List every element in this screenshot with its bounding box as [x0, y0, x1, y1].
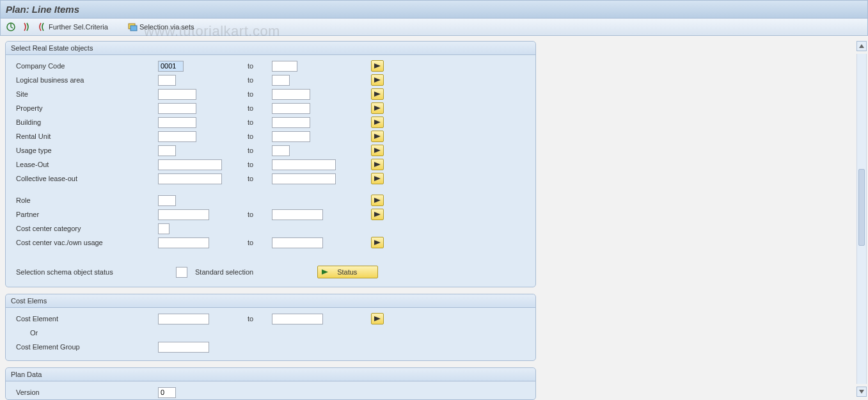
to-label: to	[248, 239, 272, 246]
building-label: Building	[11, 118, 158, 126]
cost-center-vac-row: Cost center vac./own usage to	[6, 236, 535, 250]
company-code-to-input[interactable]	[272, 61, 297, 72]
arrow-right-icon	[374, 176, 381, 181]
arrow-right-icon	[374, 77, 381, 83]
lease-out-row: Lease-Out to	[6, 157, 535, 172]
bracket-close-icon	[21, 22, 31, 32]
partner-from-input[interactable]	[158, 209, 209, 220]
status-button[interactable]: Status	[317, 266, 378, 278]
all-selections-button[interactable]	[20, 21, 33, 33]
usage-type-label: Usage type	[11, 147, 158, 154]
site-multioption-button[interactable]	[371, 88, 384, 100]
company-code-multioption-button[interactable]	[371, 60, 384, 72]
cost-center-vac-from-input[interactable]	[158, 237, 209, 248]
lease-out-multioption-button[interactable]	[371, 159, 384, 170]
cost-center-vac-label: Cost center vac./own usage	[11, 239, 158, 246]
usage-type-from-input[interactable]	[158, 145, 176, 156]
lease-out-label: Lease-Out	[11, 161, 158, 168]
cost-center-category-input[interactable]	[158, 223, 170, 234]
cost-center-vac-multioption-button[interactable]	[371, 237, 384, 248]
execute-icon	[6, 22, 16, 32]
cost-center-category-label: Cost center category	[11, 225, 158, 232]
rental-unit-from-input[interactable]	[158, 131, 196, 142]
arrow-right-icon	[374, 162, 381, 167]
lease-out-from-input[interactable]	[158, 159, 222, 170]
role-input[interactable]	[158, 195, 176, 206]
to-label: to	[248, 161, 272, 168]
plan-data-panel: Plan Data Version	[5, 367, 536, 400]
cost-elems-panel: Cost Elems Cost Element to Or Cost Eleme…	[5, 294, 536, 361]
property-from-input[interactable]	[158, 103, 196, 114]
rental-unit-to-input[interactable]	[272, 131, 310, 142]
arrow-right-icon	[374, 198, 381, 203]
building-to-input[interactable]	[272, 117, 310, 128]
property-to-input[interactable]	[272, 103, 310, 114]
collective-lease-out-from-input[interactable]	[158, 173, 222, 184]
or-row: Or	[6, 326, 535, 340]
partner-to-input[interactable]	[272, 209, 323, 220]
status-label: Selection schema object status	[11, 268, 176, 276]
to-label: to	[248, 118, 272, 126]
scrollbar-thumb[interactable]	[858, 169, 865, 246]
company-code-row: Company Code to	[6, 59, 535, 73]
site-from-input[interactable]	[158, 89, 196, 100]
property-multioption-button[interactable]	[371, 102, 384, 114]
scrollbar-track[interactable]	[856, 54, 867, 384]
partner-multioption-button[interactable]	[371, 209, 384, 220]
rental-unit-multioption-button[interactable]	[371, 131, 384, 142]
arrow-right-icon	[374, 240, 381, 245]
company-code-from-input[interactable]	[158, 61, 184, 72]
logical-business-area-to-input[interactable]	[272, 75, 290, 86]
further-criteria-button[interactable]: Further Sel.Criteria	[35, 21, 109, 33]
logical-business-area-row: Logical business area to	[6, 73, 535, 87]
execute-button[interactable]	[4, 21, 17, 33]
rental-unit-row: Rental Unit to	[6, 129, 535, 143]
logical-business-area-from-input[interactable]	[158, 75, 176, 86]
to-label: to	[248, 315, 272, 323]
building-multioption-button[interactable]	[371, 116, 384, 128]
page-title: Plan: Line Items	[0, 0, 868, 19]
cost-element-group-input[interactable]	[158, 342, 209, 353]
cost-center-vac-to-input[interactable]	[272, 237, 323, 248]
scroll-up-button[interactable]	[856, 41, 867, 51]
usage-type-row: Usage type to	[6, 143, 535, 157]
cost-element-row: Cost Element to	[6, 312, 535, 326]
to-label: to	[248, 132, 272, 140]
collective-lease-out-row: Collective lease-out to	[6, 172, 535, 186]
rental-unit-label: Rental Unit	[11, 132, 158, 140]
site-row: Site to	[6, 87, 535, 101]
to-label: to	[248, 175, 272, 182]
or-label: Or	[11, 329, 158, 337]
role-multioption-button[interactable]	[371, 195, 384, 206]
arrow-right-icon	[374, 134, 381, 139]
collective-lease-out-to-input[interactable]	[272, 173, 336, 184]
property-row: Property to	[6, 101, 535, 115]
collective-lease-out-multioption-button[interactable]	[371, 173, 384, 184]
plan-data-panel-title: Plan Data	[6, 368, 535, 381]
cost-element-group-row: Cost Element Group	[6, 340, 535, 354]
cost-element-from-input[interactable]	[158, 314, 209, 324]
to-label: to	[248, 76, 272, 84]
version-label: Version	[11, 388, 158, 396]
content-area: Select Real Estate objects Company Code …	[0, 36, 868, 400]
property-label: Property	[11, 104, 158, 112]
cost-element-to-input[interactable]	[272, 314, 323, 324]
arrow-right-icon	[374, 120, 381, 125]
version-input[interactable]	[158, 387, 176, 398]
usage-type-to-input[interactable]	[272, 145, 290, 156]
selection-via-sets-button[interactable]: Selection via sets	[126, 21, 196, 33]
cost-element-multioption-button[interactable]	[371, 313, 384, 324]
logical-business-area-multioption-button[interactable]	[371, 74, 384, 86]
scroll-down-button[interactable]	[856, 387, 867, 397]
svg-rect-2	[130, 26, 137, 31]
chevron-up-icon	[859, 44, 864, 48]
standard-selection-label: Standard selection	[195, 268, 253, 276]
chevron-down-icon	[859, 390, 864, 394]
lease-out-to-input[interactable]	[272, 159, 336, 170]
usage-type-multioption-button[interactable]	[371, 145, 384, 156]
real-estate-panel-title: Select Real Estate objects	[6, 42, 535, 55]
site-to-input[interactable]	[272, 89, 310, 100]
building-from-input[interactable]	[158, 117, 196, 128]
status-input[interactable]	[176, 267, 187, 278]
arrow-right-icon	[374, 316, 381, 321]
